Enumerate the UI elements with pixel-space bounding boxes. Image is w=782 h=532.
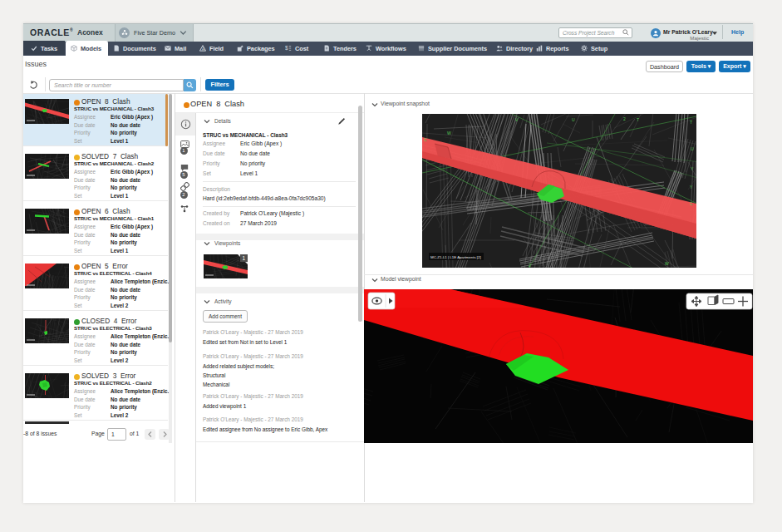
svg-text:2: 2 [529, 263, 531, 268]
svg-text:W: W [665, 261, 669, 266]
svg-text:U: U [572, 117, 575, 122]
svg-text:MC-Z1-L1 | L1E Apartments [2]: MC-Z1-L1 | L1E Apartments [2] [430, 255, 481, 259]
svg-text:2: 2 [623, 116, 626, 121]
svg-text:$: $ [285, 45, 288, 51]
svg-text:C: C [424, 137, 427, 142]
svg-text:W: W [447, 131, 451, 135]
svg-text:1: 1 [243, 255, 246, 261]
svg-text:C: C [690, 201, 693, 206]
svg-text:T: T [637, 117, 639, 122]
svg-text:U: U [691, 146, 694, 151]
svg-text:T: T [690, 120, 692, 125]
